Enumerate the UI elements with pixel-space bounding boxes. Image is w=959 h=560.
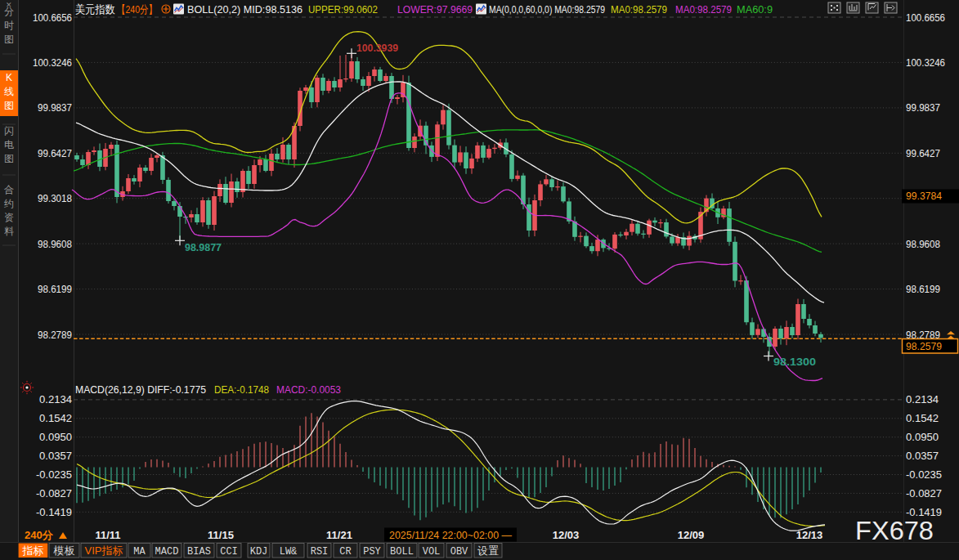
svg-text:BOLL(20,2) MID:98.5136: BOLL(20,2) MID:98.5136	[187, 3, 302, 16]
svg-text:99.3018: 99.3018	[38, 192, 72, 204]
svg-text:图: 图	[4, 153, 14, 164]
svg-text:0.2134: 0.2134	[906, 393, 939, 405]
svg-text:99.9837: 99.9837	[906, 101, 940, 114]
svg-text:电: 电	[4, 139, 14, 150]
svg-text:99.6427: 99.6427	[906, 147, 940, 159]
svg-text:PSY: PSY	[363, 546, 381, 558]
svg-text:图: 图	[4, 34, 14, 45]
svg-text:98.6199: 98.6199	[906, 283, 940, 295]
svg-text:-0.0827: -0.0827	[36, 487, 72, 500]
svg-text:图: 图	[4, 100, 14, 111]
svg-text:DEA:-0.1748: DEA:-0.1748	[214, 383, 269, 396]
svg-text:设置: 设置	[477, 544, 499, 557]
svg-text:约: 约	[4, 198, 14, 209]
svg-text:KDJ: KDJ	[250, 546, 268, 558]
svg-text:FX678: FX678	[855, 517, 934, 545]
svg-text:LOWER:97.9669: LOWER:97.9669	[397, 3, 473, 16]
svg-text:LW&: LW&	[280, 546, 298, 558]
svg-text:0.0357: 0.0357	[39, 450, 72, 462]
svg-text:99.9837: 99.9837	[38, 101, 72, 114]
svg-text:100.6656: 100.6656	[33, 11, 72, 24]
svg-text:0.0357: 0.0357	[906, 450, 939, 462]
svg-text:98.9608: 98.9608	[38, 238, 72, 250]
svg-text:100.3246: 100.3246	[906, 56, 945, 69]
svg-text:11/15: 11/15	[208, 529, 234, 541]
svg-text:99.6427: 99.6427	[38, 147, 72, 159]
svg-text:CCI: CCI	[220, 546, 238, 558]
svg-text:MACD: MACD	[155, 546, 179, 558]
svg-text:线: 线	[4, 86, 14, 97]
svg-text:料: 料	[4, 226, 14, 237]
svg-text:240分: 240分	[25, 529, 54, 541]
svg-text:MA(0,0,0,60,0,0) MA0:98.2579: MA(0,0,0,60,0,0) MA0:98.2579	[489, 3, 605, 16]
svg-text:12/13: 12/13	[796, 529, 823, 541]
svg-text:-0.0235: -0.0235	[36, 468, 72, 481]
svg-text:12/09: 12/09	[678, 529, 705, 541]
svg-text:98.9877: 98.9877	[185, 241, 222, 253]
svg-text:0.2134: 0.2134	[39, 393, 72, 405]
svg-text:资: 资	[4, 212, 14, 223]
svg-text:闪: 闪	[4, 125, 14, 137]
svg-text:0.0950: 0.0950	[39, 431, 72, 443]
svg-text:98.6199: 98.6199	[38, 283, 72, 295]
svg-text:美元指数: 美元指数	[75, 3, 115, 16]
svg-text:时: 时	[4, 20, 14, 31]
svg-text:-0.0235: -0.0235	[906, 468, 942, 481]
svg-text:98.9608: 98.9608	[906, 238, 940, 250]
svg-text:OBV: OBV	[450, 546, 468, 558]
svg-text:BIAS: BIAS	[187, 546, 211, 558]
svg-text:MA0:98.2579: MA0:98.2579	[675, 3, 732, 16]
svg-text:K: K	[6, 72, 12, 83]
svg-text:98.2579: 98.2579	[906, 340, 942, 352]
svg-text:MACD(26,12,9) DIFF:-0.1775: MACD(26,12,9) DIFF:-0.1775	[75, 383, 206, 396]
svg-text:99.3784: 99.3784	[906, 190, 942, 202]
svg-text:VIP指标: VIP指标	[85, 544, 123, 557]
svg-text:分: 分	[4, 6, 14, 17]
svg-text:11/21: 11/21	[326, 529, 352, 541]
svg-text:100.3939: 100.3939	[356, 42, 398, 54]
svg-text:MACD:-0.0053: MACD:-0.0053	[276, 383, 341, 396]
svg-text:0.1542: 0.1542	[39, 412, 72, 424]
svg-text:UPPER:99.0602: UPPER:99.0602	[308, 3, 378, 16]
svg-text:MA0:98.2579: MA0:98.2579	[611, 3, 667, 16]
svg-text:【240分】: 【240分】	[117, 3, 157, 16]
svg-text:100.3246: 100.3246	[33, 56, 72, 69]
svg-text:12/03: 12/03	[553, 529, 580, 541]
svg-text:BOLL: BOLL	[390, 546, 414, 558]
svg-text:100.6656: 100.6656	[906, 11, 945, 24]
svg-text:RSI: RSI	[311, 546, 329, 558]
svg-text:11/11: 11/11	[95, 529, 120, 541]
svg-text:指标: 指标	[21, 544, 43, 557]
svg-text:98.1300: 98.1300	[773, 356, 816, 368]
svg-text:-0.1419: -0.1419	[36, 506, 72, 518]
svg-text:VOL: VOL	[423, 546, 441, 558]
svg-text:-0.0827: -0.0827	[906, 487, 942, 500]
svg-text:MA60:9: MA60:9	[737, 3, 773, 16]
svg-text:98.2789: 98.2789	[38, 329, 72, 341]
svg-text:0.0950: 0.0950	[906, 431, 939, 443]
svg-text:2025/11/24 22:00~02:00 —: 2025/11/24 22:00~02:00 —	[389, 529, 512, 541]
svg-text:CR: CR	[339, 546, 351, 558]
svg-text:0.1542: 0.1542	[906, 412, 939, 424]
svg-text:MA: MA	[133, 546, 146, 558]
svg-text:模板: 模板	[53, 544, 75, 557]
svg-text:合: 合	[4, 184, 14, 195]
